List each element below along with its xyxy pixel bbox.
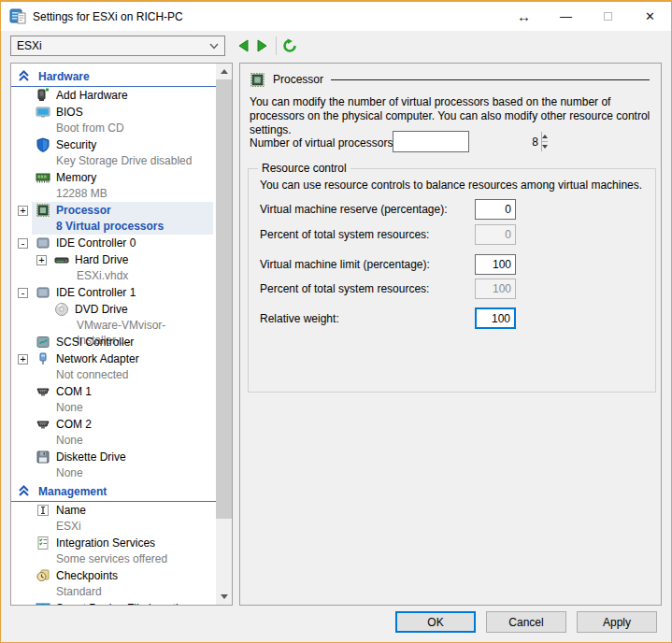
spinner-down-icon[interactable] <box>542 142 548 151</box>
sidebar-item-hard-drive[interactable]: + Hard Drive <box>11 251 216 268</box>
expand-plus-icon[interactable]: + <box>18 206 28 216</box>
name-icon <box>36 503 50 518</box>
smart-paging-icon <box>36 601 50 605</box>
limit-percent-label: Percent of total system resources: <box>260 282 429 295</box>
sidebar-item-memory-sublabel: 12288 MB <box>11 186 216 202</box>
sidebar-item-com1[interactable]: COM 1 <box>11 383 216 400</box>
sidebar-scrollbar[interactable] <box>216 64 232 605</box>
dvd-drive-icon <box>54 302 69 317</box>
vp-count-label: Number of virtual processors: <box>250 136 396 150</box>
scroll-down-icon[interactable] <box>216 589 232 605</box>
sidebar-item-processor-sublabel: 8 Virtual processors <box>11 219 216 235</box>
expand-plus-icon[interactable]: + <box>18 354 28 364</box>
processor-icon <box>36 203 50 218</box>
reserve-percent-label: Percent of total system resources: <box>260 228 429 241</box>
bios-icon <box>36 105 50 120</box>
vm-limit-label: Virtual machine limit (percentage): <box>260 258 430 271</box>
forward-arrow-icon <box>257 39 268 52</box>
sidebar-section-hardware[interactable]: Hardware <box>11 66 216 87</box>
relative-weight-label: Relative weight: <box>260 312 339 325</box>
settings-tree: Hardware Add Hardware B <box>11 64 216 605</box>
sidebar-item-com1-sublabel: None <box>11 400 216 416</box>
refresh-button[interactable] <box>281 36 298 55</box>
close-button[interactable]: ✕ <box>629 2 671 31</box>
group-description: You can use resource controls to balance… <box>260 179 643 192</box>
navigate-back-button[interactable] <box>235 36 251 55</box>
section-label: Management <box>38 485 107 498</box>
vm-reserve-label: Virtual machine reserve (percentage): <box>260 203 448 216</box>
sidebar-item-processor[interactable]: + Processor <box>11 202 216 219</box>
ok-button[interactable]: OK <box>395 611 476 633</box>
sidebar-item-dvd-drive-sublabel: VMware-VMvisor-Installer-... <box>11 318 216 334</box>
sidebar-item-add-hardware[interactable]: Add Hardware <box>11 87 216 104</box>
sidebar-item-dvd-drive[interactable]: DVD Drive <box>11 301 216 318</box>
apply-button[interactable]: Apply <box>577 611 657 633</box>
sidebar-item-integration-services-sublabel: Some services offered <box>11 551 216 567</box>
sidebar-item-com2-sublabel: None <box>11 433 216 449</box>
vm-reserve-input[interactable] <box>475 199 516 220</box>
processor-settings-panel: Processor You can modify the number of v… <box>239 63 662 606</box>
memory-icon <box>36 170 50 185</box>
scsi-controller-icon <box>36 335 50 350</box>
com-port-icon <box>36 384 50 399</box>
titlebar: Settings for ESXi on RICH-PC ↔ — ✕ <box>1 2 671 31</box>
spinner-up-icon[interactable] <box>542 132 548 142</box>
hyperv-settings-icon <box>9 8 26 25</box>
sidebar-item-diskette-drive-sublabel: None <box>11 465 216 481</box>
diskette-icon <box>36 450 50 464</box>
sidebar-item-smart-paging[interactable]: Smart Paging File Location <box>11 600 216 605</box>
refresh-icon <box>282 38 297 53</box>
navigate-forward-button[interactable] <box>254 36 271 55</box>
sidebar-item-network-adapter[interactable]: + Network Adapter <box>11 350 216 367</box>
network-adapter-icon <box>36 351 50 366</box>
hard-drive-icon <box>54 252 69 267</box>
sidebar-item-scsi-controller[interactable]: SCSI Controller <box>11 334 216 350</box>
cancel-button[interactable]: Cancel <box>486 611 566 633</box>
vm-selector-value: ESXi <box>17 39 42 52</box>
panel-title: Processor <box>273 73 323 86</box>
scrollbar-thumb[interactable] <box>216 79 232 519</box>
relative-weight-input[interactable] <box>475 307 516 329</box>
ide-controller-icon <box>36 285 50 300</box>
chevron-down-icon <box>209 43 219 50</box>
vm-selector-dropdown[interactable]: ESXi <box>10 36 225 56</box>
sidebar-item-checkpoints-sublabel: Standard <box>11 584 216 600</box>
sidebar-item-diskette-drive[interactable]: Diskette Drive <box>11 449 216 465</box>
integration-services-icon <box>36 536 50 550</box>
sidebar-item-memory[interactable]: Memory <box>11 169 216 186</box>
sidebar-item-bios[interactable]: BIOS <box>11 104 216 121</box>
toolbar-separator <box>276 36 277 55</box>
vp-count-input[interactable] <box>393 132 541 151</box>
hardware-tree-pane: Hardware Add Hardware B <box>10 63 233 606</box>
sidebar-item-ide-controller-0[interactable]: - IDE Controller 0 <box>11 235 216 251</box>
resize-icon[interactable]: ↔ <box>503 2 545 31</box>
sidebar-item-name[interactable]: Name <box>11 502 216 519</box>
sidebar-item-security[interactable]: Security <box>11 136 216 153</box>
sidebar-item-integration-services[interactable]: Integration Services <box>11 535 216 551</box>
ide-controller-icon <box>36 236 50 250</box>
minimize-button[interactable]: — <box>545 2 587 31</box>
expand-plus-icon[interactable]: + <box>36 255 47 265</box>
sidebar-item-checkpoints[interactable]: Checkpoints <box>11 567 216 584</box>
resource-control-group: Resource control You can use resource co… <box>248 168 656 393</box>
maximize-icon <box>604 12 612 21</box>
sidebar-item-bios-sublabel: Boot from CD <box>11 121 216 136</box>
collapse-minus-icon[interactable]: - <box>18 288 28 298</box>
sidebar-item-security-sublabel: Key Storage Drive disabled <box>11 153 216 169</box>
vm-limit-input[interactable] <box>475 254 516 275</box>
collapse-section-icon <box>18 70 30 82</box>
sidebar-item-com2[interactable]: COM 2 <box>11 416 216 433</box>
collapse-minus-icon[interactable]: - <box>18 238 28 249</box>
maximize-button <box>587 2 629 31</box>
settings-window: Settings for ESXi on RICH-PC ↔ — ✕ ESXi <box>0 0 672 643</box>
limit-percent-input <box>475 279 516 299</box>
sidebar-item-network-adapter-sublabel: Not connected <box>11 367 216 383</box>
sidebar-item-ide-controller-1[interactable]: - IDE Controller 1 <box>11 284 216 301</box>
sidebar-item-hard-drive-sublabel: ESXi.vhdx <box>11 268 216 284</box>
scroll-up-icon[interactable] <box>216 64 232 79</box>
group-title: Resource control <box>258 162 350 175</box>
header-rule <box>331 79 650 80</box>
vp-count-spinner[interactable] <box>393 131 469 152</box>
toolbar: ESXi <box>1 33 671 61</box>
sidebar-section-management[interactable]: Management <box>11 481 216 502</box>
